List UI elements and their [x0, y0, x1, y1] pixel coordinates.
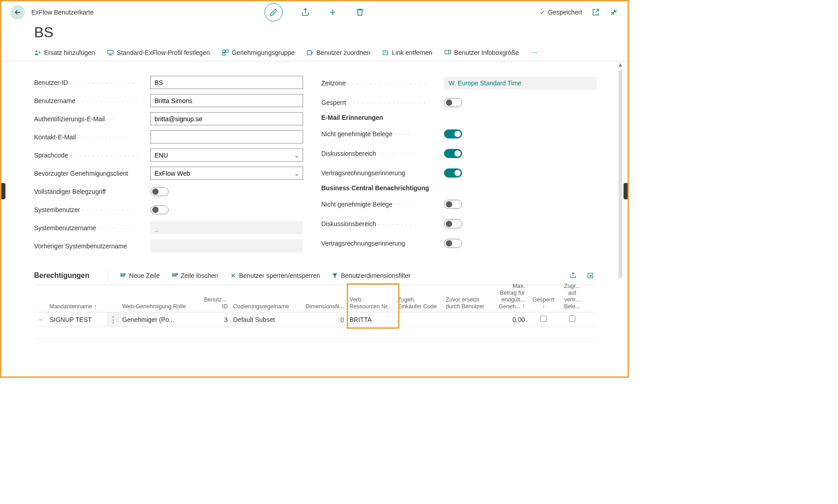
table-row[interactable]: → SIGNUP TEST ⋮ Genehmiger (Po... 3 Defa…: [34, 312, 595, 327]
vertical-scrollbar[interactable]: [619, 69, 622, 278]
svg-rect-4: [223, 53, 225, 55]
col-resno[interactable]: Verb. Ressourcen Nr.: [347, 295, 395, 312]
cell-tenant: SIGNUP TEST: [47, 314, 107, 325]
col-codeid[interactable]: Benutzercodi... ID: [201, 295, 230, 312]
trash-icon: [355, 8, 364, 17]
cell-resno: BRITTA: [347, 314, 395, 325]
subgrid-dim-filter[interactable]: Benutzerdimensionsfilter: [332, 272, 410, 279]
auth-email-input[interactable]: [150, 112, 303, 125]
cell-role: Genehmiger (Po...: [120, 314, 201, 325]
user-name-input[interactable]: [150, 94, 303, 107]
subgrid-new-row[interactable]: Neue Zeile: [120, 272, 160, 279]
bc-discussion-toggle[interactable]: [444, 219, 462, 228]
email-unapproved-toggle[interactable]: [444, 129, 462, 138]
bc-contract-toggle[interactable]: [444, 239, 462, 248]
popout-button[interactable]: [591, 8, 600, 17]
col-dimfil[interactable]: Dimensionsfil...: [301, 301, 347, 312]
subgrid-title: Berechtigungen: [34, 272, 90, 280]
col-role[interactable]: Web-Genehmigung Rolle: [120, 301, 201, 312]
user-id-input[interactable]: [150, 76, 303, 89]
field-label-prevsysuser: Vorheriger Systembenutzername: [34, 242, 150, 250]
side-tab-right[interactable]: [624, 183, 629, 199]
action-label: Neue Zeile: [129, 272, 160, 279]
action-remove-link[interactable]: Link entfernen: [382, 49, 433, 56]
section-bc-notif: Business Central Benachrichtigung: [321, 184, 597, 192]
action-infobox-size[interactable]: Benutzer Infoboxgröße: [444, 49, 519, 56]
popout-icon: [592, 8, 600, 16]
share-icon: [569, 272, 577, 279]
timezone-input[interactable]: [444, 77, 597, 90]
bc-unapproved-toggle[interactable]: [444, 200, 462, 209]
field-label-sysuser: Systembenutzer · · · · · · · · · · · ·: [34, 206, 150, 213]
cell-maxamount: 0,00: [492, 314, 528, 325]
cell-dimfil[interactable]: 0: [301, 314, 347, 325]
edit-button[interactable]: [264, 3, 283, 21]
monitor-gear-icon: [107, 49, 114, 56]
col-replacedby[interactable]: Zuvor ersetzt durch Benutzer: [443, 295, 492, 312]
contact-email-input[interactable]: [150, 130, 303, 143]
lang-code-select[interactable]: [150, 148, 303, 162]
col-tenant[interactable]: Mandantenname ↑: [47, 301, 107, 312]
email-discussion-toggle[interactable]: [444, 149, 462, 158]
svg-rect-6: [383, 50, 387, 54]
svg-rect-1: [108, 50, 113, 54]
sys-user-toggle[interactable]: [150, 205, 169, 214]
svg-rect-3: [225, 50, 228, 52]
unlink-icon: [382, 49, 389, 56]
new-button[interactable]: [328, 8, 337, 17]
col-maxamount[interactable]: Max. Betrag für endgült... Geneh... ↑: [492, 281, 528, 312]
cell-rulename: Default Subset: [230, 314, 301, 325]
col-locked[interactable]: Gesperrt ↑: [528, 295, 559, 312]
svg-rect-2: [223, 50, 225, 52]
blocked-toggle[interactable]: [444, 98, 462, 107]
email-contract-toggle[interactable]: [444, 168, 462, 178]
field-label-prefclient: Bevorzugter Genehmigungsclient: [34, 170, 150, 177]
action-add-substitute[interactable]: Ersatz hinzufügen: [34, 49, 95, 56]
field-label-contract-bc: Vertragsrechnungserinnerung: [321, 240, 444, 247]
collapse-icon: [610, 8, 618, 16]
pref-client-select[interactable]: [150, 167, 303, 180]
infobox-icon: [444, 49, 451, 56]
full-access-toggle[interactable]: [150, 187, 169, 196]
table-row-empty[interactable]: [34, 327, 595, 339]
subgrid-lock-user[interactable]: Benutzer sperren/entsperren: [230, 272, 320, 279]
back-button[interactable]: [10, 5, 25, 20]
section-email-reminders: E-Mail Erinnerungen: [321, 114, 597, 121]
col-rulename[interactable]: Codierungsregelname: [230, 301, 301, 312]
saved-status: Gespeichert: [539, 9, 582, 16]
action-label: Genehmigungsgruppe: [232, 49, 295, 56]
people-plus-icon: [34, 49, 41, 56]
field-label-contract-email: Vertragsrechnungserinnerung: [321, 169, 444, 177]
action-set-profile[interactable]: Standard-ExFlow-Profil festlegen: [107, 49, 210, 56]
check-icon: [539, 9, 545, 15]
field-label-unapprov-bc: Nicht genehmigte Belege · · · ·: [321, 201, 444, 208]
field-label-contactemail: Kontakt-E-Mail · · · · · · · · · · · ·: [34, 133, 150, 141]
action-label: Benutzer Infoboxgröße: [454, 49, 519, 56]
action-label: Zeile löschen: [181, 272, 219, 279]
subgrid-share[interactable]: [569, 271, 578, 280]
svg-rect-5: [307, 50, 311, 54]
cell-locked[interactable]: [528, 314, 559, 325]
subgrid-expand[interactable]: [586, 271, 595, 280]
side-tab-left[interactable]: [0, 183, 5, 199]
action-approval-group[interactable]: Genehmigungsgruppe: [222, 49, 295, 56]
share-button[interactable]: [301, 8, 310, 17]
col-access[interactable]: Zugr... auf vertr... Bele...: [559, 281, 585, 312]
delete-button[interactable]: [355, 8, 364, 17]
row-selector-icon[interactable]: →: [34, 314, 47, 325]
action-assign-user[interactable]: Benutzer zuordnen: [306, 49, 370, 56]
cell-buyercode: [395, 318, 443, 321]
action-label: Benutzerdimensionsfilter: [341, 272, 410, 279]
collapse-button[interactable]: [609, 8, 619, 17]
cell-access[interactable]: [559, 314, 585, 325]
field-label-discuss-bc: Diskussionsbereich · · · · · · · · ·: [321, 220, 444, 227]
action-label: Benutzer sperren/entsperren: [239, 272, 320, 279]
delete-row-icon: [172, 272, 178, 279]
row-more-icon[interactable]: ⋮: [107, 312, 120, 326]
plus-icon: [328, 8, 337, 17]
more-actions[interactable]: ⋯: [531, 49, 538, 56]
cell-codeid: 3: [201, 314, 230, 325]
subgrid-delete-row[interactable]: Zeile löschen: [172, 272, 219, 279]
separator: [108, 270, 108, 281]
col-buyercode[interactable]: Zugeh. Einkäufer Code: [395, 295, 443, 312]
